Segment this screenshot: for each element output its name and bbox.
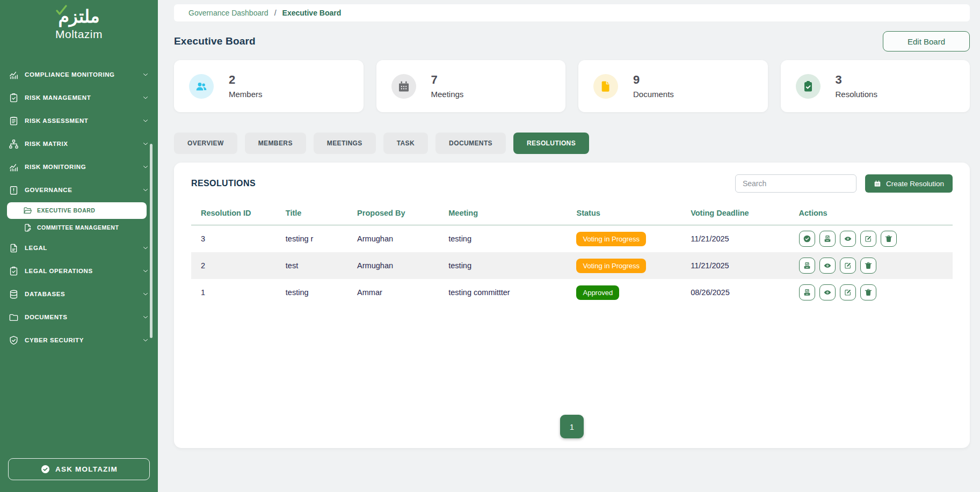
- page-1-button[interactable]: 1: [560, 415, 584, 438]
- cell-actions: [799, 252, 953, 279]
- stat-value: 3: [836, 74, 877, 86]
- column-header-voting-deadline: Voting Deadline: [691, 205, 798, 225]
- sidebar-item-legal-operations[interactable]: LEGAL OPERATIONS: [0, 260, 158, 283]
- logo: ملتزم Moltazim: [0, 0, 158, 41]
- cell-actions: [799, 225, 953, 253]
- sidebar-item-label: RISK MATRIX: [25, 141, 68, 147]
- cell-resolution-id: 3: [191, 225, 286, 253]
- clipboard-check-icon: [9, 93, 19, 103]
- sidebar-item-executive-board[interactable]: EXECUTIVE BOARD: [7, 202, 147, 219]
- sidebar-item-risk-assessment[interactable]: RISK ASSESSMENT: [0, 109, 158, 133]
- sidebar-item-governance[interactable]: GOVERNANCE: [0, 179, 158, 202]
- resolutions-table: Resolution IDTitleProposed ByMeetingStat…: [191, 205, 953, 306]
- cell-meeting: testing: [448, 252, 576, 279]
- delete-button[interactable]: [860, 258, 876, 274]
- table-row: 1testingAmmartesting committterApproved0…: [191, 279, 953, 306]
- cell-voting-deadline: 11/21/2025: [691, 225, 798, 253]
- sidebar-item-label: DATABASES: [25, 291, 65, 297]
- pagination: 1: [191, 415, 953, 439]
- table-header-row: Resolution IDTitleProposed ByMeetingStat…: [191, 205, 953, 225]
- sidebar-item-risk-management[interactable]: RISK MANAGEMENT: [0, 86, 158, 109]
- sidebar-item-label: RISK MANAGEMENT: [25, 94, 91, 101]
- tab-meetings[interactable]: MEETINGS: [314, 133, 376, 154]
- create-resolution-button[interactable]: Create Resolution: [865, 174, 953, 193]
- column-header-actions: Actions: [799, 205, 953, 225]
- vote-button[interactable]: [799, 284, 815, 300]
- create-resolution-label: Create Resolution: [886, 180, 944, 188]
- stat-label: Meetings: [431, 90, 464, 99]
- sidebar-item-cyber-security[interactable]: CYBER SECURITY: [0, 329, 158, 352]
- sidebar-item-label: RISK MONITORING: [25, 164, 86, 170]
- vote-button[interactable]: [819, 231, 836, 247]
- sidebar-item-risk-monitoring[interactable]: RISK MONITORING: [0, 156, 158, 179]
- chevron-down-icon: [142, 290, 149, 298]
- vote-button[interactable]: [799, 258, 815, 274]
- status-badge: Voting in Progress: [576, 259, 646, 273]
- breadcrumb: Governance Dashboard / Executive Board: [174, 4, 970, 21]
- tab-resolutions[interactable]: RESOLUTIONS: [513, 133, 589, 154]
- edit-button[interactable]: [840, 258, 856, 274]
- stat-value: 9: [633, 74, 674, 86]
- clipboard-list-icon: [9, 116, 19, 126]
- ask-moltazim-button[interactable]: ASK MOLTAZIM: [8, 458, 150, 480]
- tab-documents[interactable]: DOCUMENTS: [435, 133, 506, 154]
- delete-button[interactable]: [881, 231, 897, 247]
- view-button[interactable]: [819, 258, 836, 274]
- chevron-down-icon: [142, 267, 149, 275]
- column-header-status: Status: [576, 205, 691, 225]
- sitemap-icon: [9, 139, 19, 149]
- resolutions-card-header: RESOLUTIONS Create Resolution: [191, 174, 953, 193]
- users-icon: [189, 74, 214, 99]
- logo-check-icon: [55, 4, 68, 17]
- sidebar-item-label: COMPLIANCE MONITORING: [25, 71, 115, 78]
- check-circle-icon: [40, 464, 50, 474]
- stat-card-members: 2Members: [174, 60, 364, 112]
- stat-card-resolutions: 3Resolutions: [781, 60, 970, 112]
- search-input[interactable]: [735, 174, 856, 193]
- column-header-resolution-id: Resolution ID: [191, 205, 286, 225]
- sidebar-item-legal[interactable]: LEGAL: [0, 237, 158, 260]
- view-button[interactable]: [819, 284, 836, 300]
- cell-proposed-by: Ammar: [357, 279, 448, 306]
- resolutions-card: RESOLUTIONS Create Resolution Resolution…: [174, 163, 970, 448]
- file-filled-icon: [593, 74, 618, 99]
- tab-members[interactable]: MEMBERS: [245, 133, 306, 154]
- breadcrumb-current: Executive Board: [282, 9, 342, 17]
- tab-task[interactable]: TASK: [383, 133, 428, 154]
- shield-check-icon: [9, 335, 19, 346]
- sidebar-item-committee-management[interactable]: COMMITTEE MANAGEMENT: [7, 219, 147, 236]
- title-row: Executive Board Edit Board: [174, 31, 970, 52]
- edit-button[interactable]: [860, 231, 876, 247]
- sidebar-subitem-label: COMMITTEE MANAGEMENT: [37, 224, 119, 231]
- chevron-down-icon: [142, 71, 149, 78]
- view-button[interactable]: [840, 231, 856, 247]
- stat-card-documents: 9Documents: [578, 60, 768, 112]
- cell-resolution-id: 2: [191, 252, 286, 279]
- tab-overview[interactable]: OVERVIEW: [174, 133, 237, 154]
- chart-line-icon: [9, 162, 19, 172]
- sidebar-item-label: LEGAL OPERATIONS: [25, 268, 93, 274]
- calendar-icon: [874, 180, 881, 187]
- stat-value: 2: [229, 74, 263, 86]
- cell-voting-deadline: 08/26/2025: [691, 279, 798, 306]
- breadcrumb-parent-link[interactable]: Governance Dashboard: [188, 9, 268, 17]
- edit-button[interactable]: [840, 284, 856, 300]
- tabs: OVERVIEWMEMBERSMEETINGSTASKDOCUMENTSRESO…: [174, 133, 970, 154]
- sidebar-scrollbar[interactable]: [150, 144, 153, 338]
- sidebar-item-label: DOCUMENTS: [25, 314, 68, 320]
- folder-icon: [9, 312, 19, 322]
- sidebar-item-compliance-monitoring[interactable]: COMPLIANCE MONITORING: [0, 63, 158, 86]
- file-icon: [9, 243, 19, 253]
- sidebar-item-risk-matrix[interactable]: RISK MATRIX: [0, 133, 158, 156]
- breadcrumb-separator: /: [274, 9, 277, 17]
- cell-resolution-id: 1: [191, 279, 286, 306]
- sidebar-item-documents[interactable]: DOCUMENTS: [0, 306, 158, 329]
- file-edit-icon: [23, 223, 32, 232]
- chevron-down-icon: [142, 313, 149, 321]
- delete-button[interactable]: [860, 284, 876, 300]
- edit-board-button[interactable]: Edit Board: [883, 31, 970, 52]
- cell-proposed-by: Armughan: [357, 225, 448, 253]
- approve-button[interactable]: [799, 231, 815, 247]
- sidebar-item-databases[interactable]: DATABASES: [0, 283, 158, 306]
- clipboard-check-filled-icon: [796, 74, 821, 99]
